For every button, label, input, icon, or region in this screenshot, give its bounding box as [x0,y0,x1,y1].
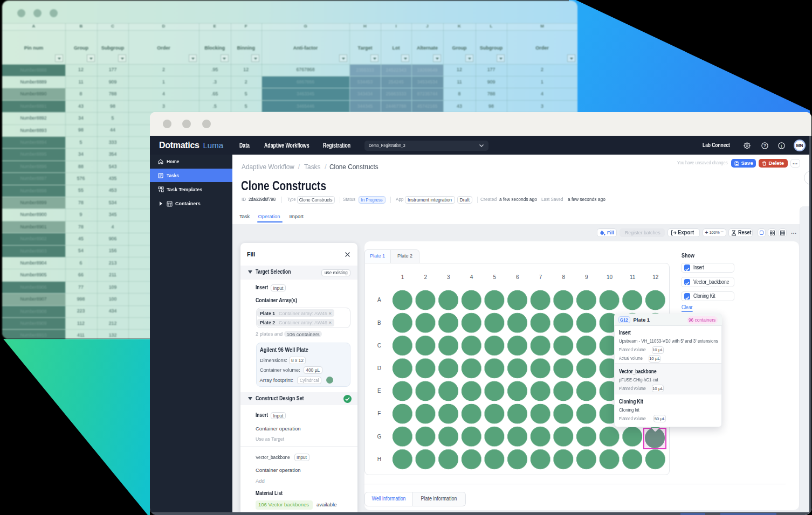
svg-text:i: i [781,143,782,148]
svg-text:?: ? [763,143,766,148]
